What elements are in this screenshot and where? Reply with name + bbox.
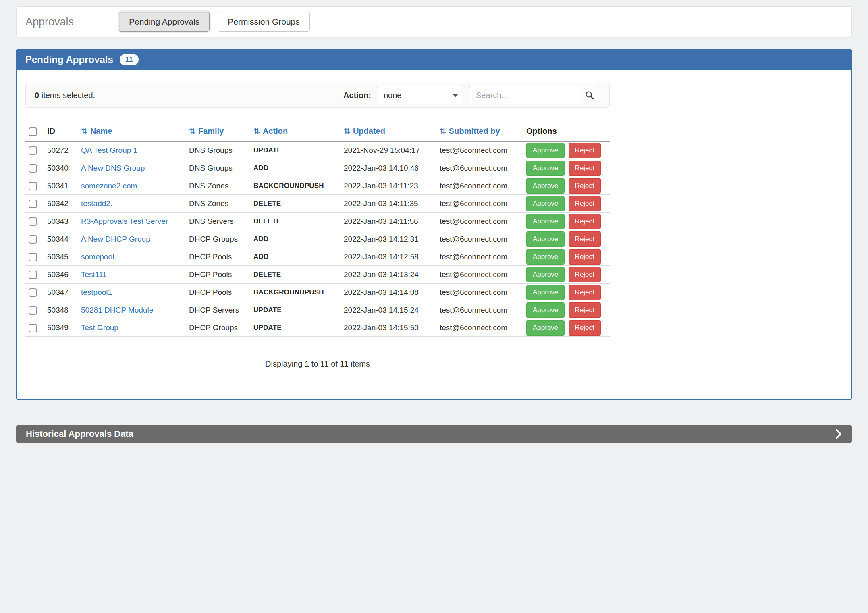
row-checkbox[interactable] xyxy=(29,217,37,226)
action-select-wrap: none xyxy=(377,86,463,104)
row-name-link[interactable]: testadd2. xyxy=(81,199,112,208)
tab-group: Pending Approvals Permission Groups xyxy=(119,12,310,32)
reject-button[interactable]: Reject xyxy=(569,320,601,336)
reject-button[interactable]: Reject xyxy=(569,196,601,211)
selected-count: 0 xyxy=(35,91,39,100)
row-name-link[interactable]: somezone2.com. xyxy=(81,181,139,190)
row-action: ADD xyxy=(250,159,341,177)
approve-button[interactable]: Approve xyxy=(526,143,565,158)
column-header-name[interactable]: ⇅Name xyxy=(78,121,186,142)
row-name-link[interactable]: 50281 DHCP Module xyxy=(81,306,153,314)
row-checkbox[interactable] xyxy=(29,271,37,279)
row-updated: 2022-Jan-03 14:12:31 xyxy=(341,230,436,248)
row-checkbox[interactable] xyxy=(29,235,37,244)
row-submitted-by: test@6connect.com xyxy=(436,230,523,248)
toolbar-right: Action: none xyxy=(343,86,600,104)
approve-button[interactable]: Approve xyxy=(526,285,565,300)
row-family: DHCP Servers xyxy=(186,301,250,319)
row-family: DHCP Groups xyxy=(186,319,250,337)
approve-button[interactable]: Approve xyxy=(526,267,565,282)
row-name-link[interactable]: testpool1 xyxy=(81,288,112,296)
sort-icon: ⇅ xyxy=(440,127,446,136)
row-checkbox[interactable] xyxy=(29,146,37,155)
historical-approvals-title: Historical Approvals Data xyxy=(26,429,133,439)
approve-button[interactable]: Approve xyxy=(526,231,565,247)
row-name-link[interactable]: Test Group xyxy=(81,323,118,332)
row-name-link[interactable]: somepool xyxy=(81,252,114,261)
row-updated: 2022-Jan-03 14:11:35 xyxy=(341,195,436,213)
row-checkbox[interactable] xyxy=(29,182,37,190)
reject-button[interactable]: Reject xyxy=(569,285,601,300)
tab-pending-approvals[interactable]: Pending Approvals xyxy=(119,12,210,32)
page: Approvals Pending Approvals Permission G… xyxy=(0,0,868,443)
row-updated: 2022-Jan-03 14:15:24 xyxy=(341,301,436,319)
row-submitted-by: test@6connect.com xyxy=(436,248,523,266)
reject-button[interactable]: Reject xyxy=(569,143,601,158)
row-updated: 2022-Jan-03 14:10:46 xyxy=(341,159,436,177)
reject-button[interactable]: Reject xyxy=(569,231,601,247)
row-updated: 2022-Jan-03 14:11:23 xyxy=(341,177,436,195)
panel-content: 0 items selected. Action: none xyxy=(25,83,610,399)
row-updated: 2022-Jan-03 14:11:56 xyxy=(341,213,436,230)
chevron-right-icon[interactable] xyxy=(835,428,842,440)
footer-suffix: items xyxy=(349,359,370,368)
table-row: 50343 R3-Approvals Test Server DNS Serve… xyxy=(25,213,610,230)
row-family: DNS Groups xyxy=(186,142,250,159)
row-id: 50342 xyxy=(44,195,78,213)
reject-button[interactable]: Reject xyxy=(569,267,601,282)
approve-button[interactable]: Approve xyxy=(526,178,565,194)
reject-button[interactable]: Reject xyxy=(569,214,601,229)
panel-body: 0 items selected. Action: none xyxy=(17,70,851,399)
row-checkbox[interactable] xyxy=(29,324,37,332)
row-id: 50345 xyxy=(44,248,78,266)
approve-button[interactable]: Approve xyxy=(526,249,565,265)
column-header-action[interactable]: ⇅Action xyxy=(250,121,341,142)
select-all-checkbox[interactable] xyxy=(29,127,37,136)
row-family: DHCP Groups xyxy=(186,230,250,248)
row-updated: 2022-Jan-03 14:14:08 xyxy=(341,284,436,301)
sort-icon: ⇅ xyxy=(189,127,195,136)
search-button[interactable] xyxy=(579,86,600,104)
reject-button[interactable]: Reject xyxy=(569,302,601,318)
row-checkbox[interactable] xyxy=(29,253,37,261)
approve-button[interactable]: Approve xyxy=(526,214,565,229)
row-checkbox[interactable] xyxy=(29,200,37,208)
row-name-link[interactable]: A New DNS Group xyxy=(81,164,145,172)
historical-approvals-bar[interactable]: Historical Approvals Data xyxy=(16,425,852,443)
approve-button[interactable]: Approve xyxy=(526,196,565,211)
approve-button[interactable]: Approve xyxy=(526,320,565,336)
row-name-link[interactable]: Test111 xyxy=(81,270,107,279)
row-submitted-by: test@6connect.com xyxy=(436,142,523,159)
panel-header: Pending Approvals 11 xyxy=(17,50,851,70)
table-row: 50347 testpool1 DHCP Pools BACKGROUNDPUS… xyxy=(25,284,610,301)
column-header-family[interactable]: ⇅Family xyxy=(186,121,250,142)
approve-button[interactable]: Approve xyxy=(526,161,565,176)
table-row: 50344 A New DHCP Group DHCP Groups ADD 2… xyxy=(25,230,610,248)
column-header-updated[interactable]: ⇅Updated xyxy=(341,121,436,142)
reject-button[interactable]: Reject xyxy=(569,178,601,194)
reject-button[interactable]: Reject xyxy=(569,161,601,176)
pending-approvals-table: ID ⇅Name ⇅Family ⇅Action ⇅Updated ⇅Submi… xyxy=(25,121,610,337)
row-id: 50272 xyxy=(44,142,78,159)
row-checkbox[interactable] xyxy=(29,164,37,173)
row-checkbox[interactable] xyxy=(29,306,37,315)
row-id: 50349 xyxy=(44,319,78,337)
table-row: 50349 Test Group DHCP Groups UPDATE 2022… xyxy=(25,319,610,337)
row-name-link[interactable]: R3-Approvals Test Server xyxy=(81,217,168,225)
action-select[interactable]: none xyxy=(377,86,463,104)
search-input[interactable] xyxy=(469,86,579,104)
row-name-link[interactable]: A New DHCP Group xyxy=(81,235,150,243)
row-checkbox[interactable] xyxy=(29,288,37,297)
tab-permission-groups[interactable]: Permission Groups xyxy=(218,12,310,32)
row-action: UPDATE xyxy=(250,142,341,159)
column-header-submitted-by[interactable]: ⇅Submitted by xyxy=(436,121,523,142)
reject-button[interactable]: Reject xyxy=(569,249,601,265)
page-title: Approvals xyxy=(25,16,74,28)
table-row: 50272 QA Test Group 1 DNS Groups UPDATE … xyxy=(25,142,610,159)
row-family: DNS Zones xyxy=(186,177,250,195)
row-name-link[interactable]: QA Test Group 1 xyxy=(81,146,137,154)
row-submitted-by: test@6connect.com xyxy=(436,159,523,177)
row-id: 50347 xyxy=(44,284,78,301)
approve-button[interactable]: Approve xyxy=(526,302,565,318)
column-header-options: Options xyxy=(523,121,610,142)
